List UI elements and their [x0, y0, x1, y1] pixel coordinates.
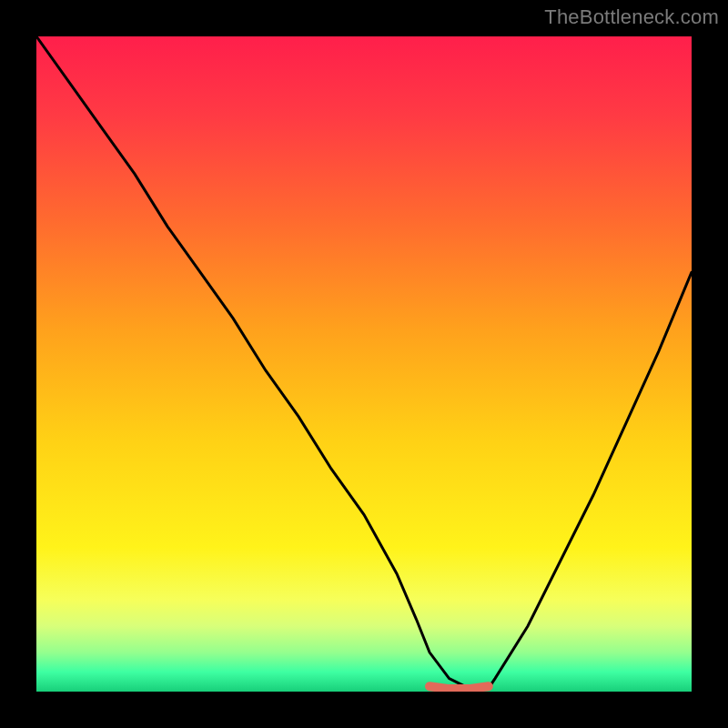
watermark-text: TheBottleneck.com — [544, 5, 719, 29]
optimal-range-marker — [430, 686, 489, 689]
plot-area — [36, 36, 692, 692]
chart-svg — [36, 36, 692, 692]
chart-frame: TheBottleneck.com — [0, 0, 728, 728]
gradient-background — [36, 36, 692, 692]
